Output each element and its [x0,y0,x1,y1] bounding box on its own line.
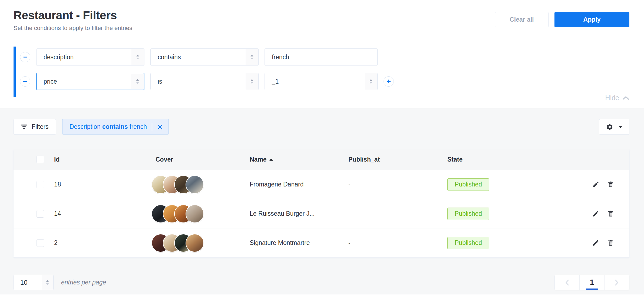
filters-button-label: Filters [32,123,49,130]
select-arrows-icon [246,73,258,90]
number-stepper-icon[interactable] [365,73,377,90]
select-arrows-icon [42,275,53,290]
entries-table: Id Cover Name Publish_at State 18 [14,149,629,257]
filter-field-select[interactable]: description [36,48,144,66]
remove-filter-button[interactable] [20,76,30,87]
row-checkbox[interactable] [37,181,44,188]
chevron-up-icon [622,96,629,100]
cover-image [186,175,204,194]
table-settings-button[interactable] [599,119,629,135]
row-checkbox[interactable] [37,210,44,218]
filter-field-value: price [44,78,57,85]
sort-asc-icon [269,158,273,161]
column-header-publish-at[interactable]: Publish_at [348,156,447,163]
table-row[interactable]: 14 Le Ruisseau Burger J... - Published [14,199,629,228]
chevron-left-icon [565,279,569,286]
filter-field-value: description [44,54,74,61]
filter-value-number-input[interactable]: _1 [265,73,378,90]
add-filter-button[interactable] [384,76,394,87]
delete-icon[interactable] [607,239,614,247]
hide-filters-link[interactable]: Hide [605,94,629,102]
minus-icon [22,54,28,60]
cover-avatars [151,205,250,223]
remove-filter-tag-icon[interactable] [157,124,163,130]
filter-operator-value: contains [158,54,181,61]
edit-icon[interactable] [592,210,599,217]
table-header-row: Id Cover Name Publish_at State [14,149,629,170]
chevron-down-icon [618,126,623,128]
edit-icon[interactable] [592,181,599,188]
cell-name: Signature Montmartre [250,239,348,247]
page-header: Restaurant - Filters Set the conditions … [14,0,629,32]
status-badge: Published [447,178,489,191]
filter-operator-select[interactable]: contains [150,48,259,66]
hide-label: Hide [605,94,619,102]
content-section: Filters Description contains french [0,108,644,294]
tag-value: french [130,123,147,130]
row-checkbox[interactable] [37,239,44,247]
delete-icon[interactable] [607,210,614,217]
cell-id: 18 [54,181,151,188]
entries-per-page-label: entries per page [61,279,106,286]
tag-divider [152,123,152,131]
prev-page-button[interactable] [555,275,579,290]
table-row[interactable]: 18 Fromagerie Danard - Published [14,170,629,199]
cell-id: 2 [54,239,151,247]
tag-field: Description [70,123,101,130]
current-page[interactable]: 1 [579,275,604,290]
page-size-select[interactable]: 10 [14,275,54,290]
plus-icon [386,79,391,84]
filter-operator-select[interactable]: is [150,73,259,90]
active-filter-tag[interactable]: Description contains french [62,119,169,135]
filter-row-1: description contains french [20,48,629,66]
filter-field-select[interactable]: price [36,73,144,90]
column-header-state[interactable]: State [447,156,583,163]
table-row[interactable]: 2 Signature Montmartre - Published [14,228,629,257]
select-arrows-icon [246,49,258,65]
table-footer: 10 entries per page 1 [14,275,629,290]
filters-button[interactable]: Filters [14,119,56,135]
next-page-button[interactable] [604,275,629,290]
filter-value-input[interactable]: french [265,48,378,66]
status-badge: Published [447,237,489,249]
filter-value-text: french [272,54,289,61]
select-arrows-icon [131,49,144,65]
apply-button[interactable]: Apply [554,12,629,27]
filter-accent-bar [14,47,16,97]
cell-name: Le Ruisseau Burger J... [250,210,348,217]
cover-avatars [151,234,250,252]
filter-row-2: price is _1 [20,73,629,90]
active-filter-text: Description contains french [70,123,147,130]
current-page-number: 1 [590,278,594,287]
gear-icon [606,123,613,131]
column-header-cover[interactable]: Cover [151,156,250,163]
cell-publish-at: - [348,181,447,188]
page-title: Restaurant - Filters [14,9,132,22]
column-header-id[interactable]: Id [54,156,151,163]
edit-icon[interactable] [592,239,599,247]
filter-operator-value: is [158,78,162,85]
filters-panel: Restaurant - Filters Set the conditions … [0,0,644,108]
filter-icon [21,124,27,129]
column-header-name[interactable]: Name [250,156,348,163]
remove-filter-button[interactable] [20,52,30,62]
pagination: 1 [554,275,629,290]
list-toolbar: Filters Description contains french [14,108,629,135]
page-size-value: 10 [20,279,28,286]
cover-image [186,205,204,223]
minus-icon [22,79,28,84]
current-page-indicator [586,289,598,290]
select-all-checkbox[interactable] [37,156,44,163]
status-badge: Published [447,208,489,220]
select-arrows-icon [131,74,144,89]
chevron-right-icon [615,279,619,286]
tag-operator: contains [102,123,128,130]
clear-all-button[interactable]: Clear all [495,12,549,27]
filter-builder: description contains french [14,48,629,90]
filter-value-text: _1 [272,78,279,85]
cell-id: 14 [54,210,151,217]
cover-avatars [151,175,250,194]
page-subtitle: Set the conditions to apply to filter th… [14,25,132,32]
delete-icon[interactable] [607,181,614,188]
cell-publish-at: - [348,210,447,217]
